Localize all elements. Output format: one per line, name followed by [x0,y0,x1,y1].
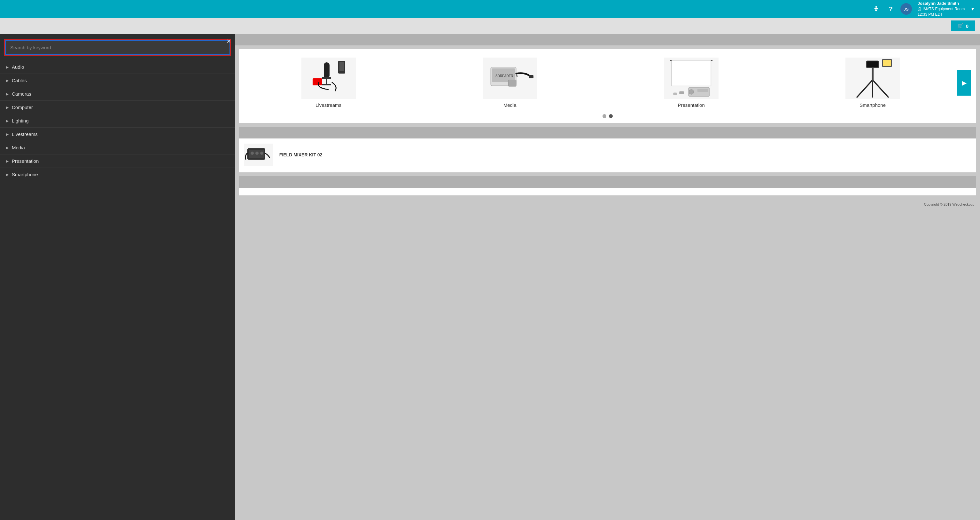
smartphone-image [845,57,900,99]
svg-rect-15 [671,60,711,86]
user-location: @ IMATS Equipment Room [918,6,965,12]
chevron-right-icon: ▶ [6,119,9,123]
chevron-right-icon: ▶ [6,92,9,96]
featured-item[interactable]: FIELD MIXER KIT 02 [244,144,971,166]
svg-point-1 [875,6,877,7]
help-icon-button[interactable]: ? [886,4,896,14]
chevron-right-icon: ▶ [6,172,9,177]
featured-section: FIELD MIXER KIT 02 [239,127,976,172]
svg-rect-6 [313,78,322,85]
svg-rect-26 [867,61,878,67]
svg-rect-5 [322,84,331,85]
search-box-wrapper [0,34,235,58]
category-item-presentation[interactable]: Presentation [664,57,719,108]
chevron-right-icon: ▶ [6,132,9,137]
svg-rect-20 [673,93,677,95]
svg-rect-28 [883,60,891,66]
chevron-right-icon: ▶ [6,159,9,163]
bottom-section [239,176,976,195]
svg-line-21 [857,80,873,97]
nav-gray-bar [235,34,980,45]
featured-header-bar [239,127,976,139]
svg-point-17 [689,89,694,94]
svg-rect-12 [508,80,516,86]
categories-carousel: Livestreams SDREADER 18 [244,54,971,111]
chevron-right-icon: ▶ [6,65,9,69]
main-layout: × ▶ Audio ▶ Cables ▶ Cameras ▶ Computer [0,34,980,520]
svg-rect-18 [697,89,708,92]
user-dropdown-arrow[interactable]: ▼ [970,6,975,11]
category-label-smartphone: Smartphone [859,102,886,108]
chevron-right-icon: ▶ [6,105,9,110]
user-info[interactable]: Josalynn Jade Smith @ IMATS Equipment Ro… [918,1,965,17]
svg-rect-2 [324,62,329,78]
app-header: ? JS Josalynn Jade Smith @ IMATS Equipme… [0,0,980,18]
bottom-header-bar [239,176,976,188]
sidebar-item-audio[interactable]: ▶ Audio [0,61,235,74]
category-label-presentation: Presentation [678,102,705,108]
carousel-dot-2[interactable] [609,114,613,118]
svg-point-32 [255,152,259,155]
main-content: Livestreams SDREADER 18 [235,34,980,520]
sidebar-item-media[interactable]: ▶ Media [0,141,235,155]
sidebar-nav: ▶ Audio ▶ Cables ▶ Cameras ▶ Computer ▶ … [0,61,235,181]
sidebar-item-computer[interactable]: ▶ Computer [0,101,235,114]
svg-rect-3 [322,77,331,79]
header-icons: ? JS Josalynn Jade Smith @ IMATS Equipme… [871,1,975,17]
chevron-right-icon: ▶ [962,79,967,87]
featured-item-label: FIELD MIXER KIT 02 [279,152,323,157]
chevron-right-icon: ▶ [6,145,9,150]
carousel-dot-1[interactable] [603,114,606,118]
svg-point-31 [251,152,254,155]
category-label-media: Media [503,102,517,108]
user-time: 12:33 PM EDT [918,12,965,17]
svg-rect-19 [679,91,684,94]
cart-icon: 🛒 [957,23,963,29]
search-input[interactable] [5,40,230,55]
cart-button[interactable]: 🛒 0 [951,21,975,31]
sidebar-item-cables[interactable]: ▶ Cables [0,74,235,87]
featured-item-image [244,144,273,166]
svg-rect-13 [529,75,533,78]
user-name: Josalynn Jade Smith [918,1,965,6]
sidebar-item-livestreams[interactable]: ▶ Livestreams [0,128,235,141]
sidebar: × ▶ Audio ▶ Cables ▶ Cameras ▶ Computer [0,34,235,520]
sidebar-close-button[interactable]: × [227,37,231,45]
carousel-next-button[interactable]: ▶ [957,70,971,96]
cart-bar: 🛒 0 [0,18,980,34]
copyright: Copyright © 2019 Webcheckout [235,199,980,209]
sidebar-item-smartphone[interactable]: ▶ Smartphone [0,168,235,181]
accessibility-icon-button[interactable] [871,4,881,14]
category-item-smartphone[interactable]: Smartphone [845,57,900,108]
categories-section: Livestreams SDREADER 18 [239,49,976,123]
svg-rect-8 [339,62,344,71]
user-avatar[interactable]: JS [900,3,912,15]
livestreams-image [301,57,356,99]
sidebar-item-cameras[interactable]: ▶ Cameras [0,87,235,101]
svg-line-23 [873,80,889,97]
sidebar-item-presentation[interactable]: ▶ Presentation [0,155,235,168]
category-item-media[interactable]: SDREADER 18 Media [483,57,537,108]
carousel-dots [244,114,971,118]
category-item-livestreams[interactable]: Livestreams [301,57,356,108]
presentation-image [664,57,719,99]
category-label-livestreams: Livestreams [315,102,341,108]
carousel-items: Livestreams SDREADER 18 [244,54,957,111]
cart-count: 0 [966,23,969,29]
svg-text:SDREADER 18: SDREADER 18 [495,74,518,78]
chevron-right-icon: ▶ [6,78,9,83]
sidebar-item-lighting[interactable]: ▶ Lighting [0,114,235,128]
svg-point-33 [260,152,263,155]
media-image: SDREADER 18 [483,57,537,99]
